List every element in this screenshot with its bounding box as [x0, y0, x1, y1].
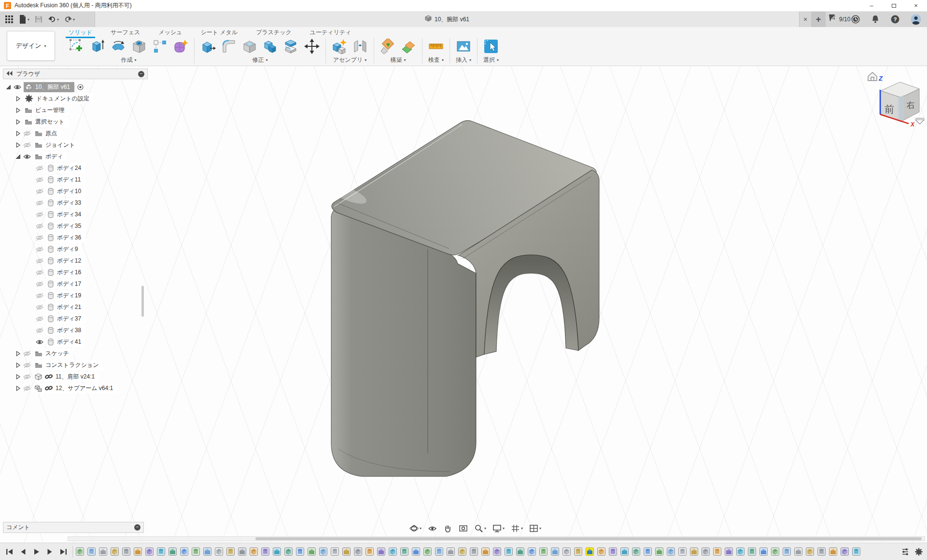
timeline-feature-50[interactable]	[644, 547, 652, 556]
timeline-feature-53[interactable]	[678, 547, 687, 556]
visibility-eye-icon[interactable]	[23, 154, 31, 159]
comment-toggle-icon[interactable]: −	[134, 524, 140, 531]
timeline-feature-11[interactable]	[192, 547, 200, 556]
new-component-button[interactable]	[330, 38, 349, 55]
activate-radio[interactable]	[77, 84, 84, 91]
combine-button[interactable]	[261, 38, 280, 55]
step-back-button[interactable]	[18, 547, 27, 556]
browser-tree-item[interactable]: ボディ34	[3, 209, 148, 220]
timeline-feature-4[interactable]	[111, 547, 119, 556]
timeline-feature-65[interactable]	[817, 547, 826, 556]
expander-icon[interactable]	[15, 131, 21, 136]
visibility-eye-icon[interactable]	[36, 327, 43, 334]
timeline-feature-40[interactable]	[528, 547, 536, 556]
timeline-feature-9[interactable]	[169, 547, 177, 556]
fit-button[interactable]	[457, 523, 469, 534]
timeline-feature-36[interactable]	[481, 547, 490, 556]
timeline-feature-68[interactable]	[852, 547, 860, 556]
timeline-feature-6[interactable]	[134, 547, 142, 556]
measure-button[interactable]	[427, 38, 445, 55]
timeline-feature-60[interactable]	[759, 547, 768, 556]
tree-item-pill[interactable]: 11、肩部 v24:1	[33, 372, 99, 382]
ribbon-tab-6[interactable]: ユーティリティ	[309, 28, 352, 37]
insert-canvas-button[interactable]	[454, 38, 473, 55]
visibility-eye-icon[interactable]	[36, 258, 43, 264]
expander-icon[interactable]	[15, 108, 21, 113]
revolve-button[interactable]	[109, 38, 127, 55]
visibility-eye-icon[interactable]	[36, 200, 43, 206]
timeline-feature-52[interactable]	[667, 547, 675, 556]
browser-tree-item[interactable]: ボディ9	[3, 243, 148, 255]
browser-tree-item[interactable]: ドキュメントの設定	[3, 93, 148, 104]
browser-tree-item[interactable]: ボディ16	[3, 266, 148, 278]
browser-tree-item[interactable]: ボディ41	[3, 336, 148, 348]
visibility-eye-icon[interactable]	[36, 177, 43, 183]
timeline-scrollbar[interactable]	[68, 536, 925, 541]
ribbon-tab-1[interactable]: ソリッド	[68, 28, 93, 37]
browser-tree-item[interactable]: ボディ38	[3, 324, 148, 336]
tree-item-pill[interactable]: ボディ34	[46, 210, 85, 220]
browser-tree-item[interactable]: ボディ11	[3, 174, 148, 185]
timeline-feature-32[interactable]	[435, 547, 443, 556]
timeline-feature-15[interactable]	[238, 547, 246, 556]
tree-item-pill[interactable]: ボディ24	[46, 163, 85, 173]
tree-item-pill[interactable]: ボディ36	[46, 233, 85, 243]
timeline-feature-5[interactable]	[122, 547, 130, 556]
visibility-eye-icon[interactable]	[36, 165, 43, 171]
redo-button[interactable]: ▾	[62, 13, 77, 26]
file-button[interactable]: ▾	[16, 13, 31, 26]
visibility-eye-icon[interactable]	[36, 304, 43, 310]
bell-button[interactable]	[869, 13, 882, 26]
ribbon-tab-2[interactable]: サーフェス	[110, 28, 141, 37]
timeline-feature-12[interactable]	[203, 547, 211, 556]
tree-item-pill[interactable]: ボディ11	[46, 175, 85, 185]
timeline-feature-23[interactable]	[331, 547, 339, 556]
expander-icon[interactable]	[15, 96, 21, 101]
visibility-eye-icon[interactable]	[36, 339, 43, 345]
timeline-feature-34[interactable]	[458, 547, 466, 556]
tree-item-pill[interactable]: ドキュメントの設定	[23, 93, 94, 104]
browser-tree-item[interactable]: ボディ10	[3, 185, 148, 197]
tree-item-pill[interactable]: ジョイント	[33, 140, 79, 150]
group-label-6[interactable]: 挿入▾	[456, 56, 471, 64]
timeline-feature-42[interactable]	[551, 547, 559, 556]
skip-start-button[interactable]	[5, 547, 14, 556]
close-button[interactable]: ×	[905, 0, 927, 12]
visibility-eye-icon[interactable]	[23, 374, 31, 380]
timeline-feature-7[interactable]	[145, 547, 154, 556]
tree-item-pill[interactable]: ボディ35	[46, 221, 85, 231]
browser-tree-item[interactable]: ボディ35	[3, 220, 148, 232]
expander-icon[interactable]	[15, 351, 21, 356]
tree-item-pill[interactable]: ボディ41	[46, 337, 85, 347]
timeline-feature-62[interactable]	[783, 547, 791, 556]
tree-item-pill[interactable]: ボディ33	[46, 198, 85, 208]
shell-button[interactable]	[240, 38, 259, 55]
browser-tree-item[interactable]: ボディ12	[3, 255, 148, 266]
group-label-7[interactable]: 選択▾	[483, 56, 499, 64]
expander-icon[interactable]	[15, 119, 21, 125]
clock-button[interactable]	[849, 13, 862, 26]
tree-item-pill[interactable]: ボディ17	[46, 279, 85, 289]
visibility-eye-icon[interactable]	[36, 269, 43, 276]
sliders-button[interactable]	[901, 547, 910, 556]
document-tab[interactable]: 10、腕部 v61	[95, 12, 800, 27]
timeline-feature-26[interactable]	[365, 547, 374, 556]
visibility-eye-icon[interactable]	[36, 293, 43, 299]
browser-header[interactable]: ブラウザ −	[3, 69, 148, 79]
tree-item-pill[interactable]: 10、腕部 v61	[24, 82, 74, 92]
browser-tree-item[interactable]: ボディ19	[3, 290, 148, 301]
tree-item-pill[interactable]: ボディ12	[46, 256, 85, 266]
group-label-5[interactable]: 検査▾	[428, 56, 444, 64]
fillet-button[interactable]	[220, 38, 238, 55]
browser-tree-item[interactable]: 11、肩部 v24:1	[3, 371, 148, 382]
timeline-feature-14[interactable]	[226, 547, 235, 556]
expander-icon[interactable]	[15, 154, 21, 159]
timeline-feature-13[interactable]	[215, 547, 223, 556]
maximize-button[interactable]	[883, 0, 905, 12]
visibility-eye-icon[interactable]	[36, 235, 43, 241]
timeline-feature-35[interactable]	[470, 547, 478, 556]
tree-item-pill[interactable]: ボディ	[33, 152, 68, 162]
play-button[interactable]	[32, 547, 41, 556]
timeline-feature-3[interactable]	[99, 547, 107, 556]
browser-tree-item[interactable]: 原点	[3, 127, 148, 139]
